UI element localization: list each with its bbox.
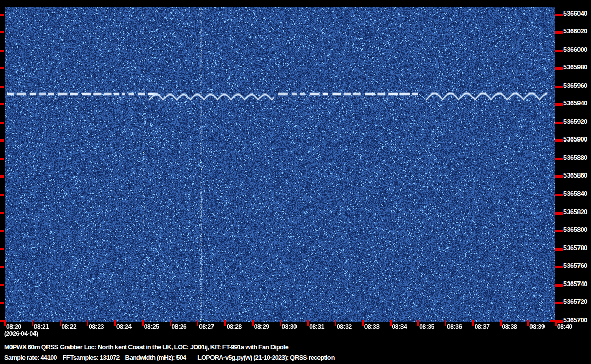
time-label: 08:34: [392, 324, 407, 331]
freq-tick-left: [0, 67, 4, 69]
freq-tick-left: [0, 14, 4, 16]
freq-tick-left: [0, 31, 4, 33]
time-tick: [307, 320, 309, 326]
freq-tick-right: [555, 230, 563, 232]
freq-tick-left: [0, 248, 4, 250]
time-label: 08:39: [529, 324, 545, 331]
time-tick: [527, 320, 529, 326]
time-label: 08:35: [419, 324, 434, 331]
freq-tick-left: [0, 122, 4, 124]
freq-label: 5366020: [563, 28, 587, 35]
freq-tick-left: [0, 86, 4, 88]
freq-label: 5365900: [563, 136, 587, 143]
time-label: 08:37: [475, 324, 490, 331]
time-tick: [362, 320, 364, 326]
freq-tick-left: [0, 103, 4, 105]
freq-tick-right: [555, 212, 563, 215]
time-tick: [60, 320, 61, 326]
freq-label: 5365960: [563, 83, 587, 89]
time-tick: [390, 320, 392, 326]
time-tick: [224, 320, 226, 326]
freq-tick-right: [555, 302, 563, 304]
freq-tick-right: [555, 248, 563, 251]
freq-tick-right: [555, 50, 563, 52]
qrss-grabber-screenshot: 5366040536602053660005365980536596053659…: [0, 0, 591, 364]
freq-label: 5365940: [563, 100, 587, 107]
freq-label: 5365800: [563, 227, 587, 233]
time-label: 08:29: [254, 324, 269, 331]
time-tick-corner: [550, 320, 557, 322]
freq-tick-left: [0, 158, 4, 160]
freq-label: 5366000: [563, 46, 587, 53]
freq-label: 5365820: [563, 209, 587, 216]
freq-label: 5365760: [563, 263, 587, 269]
freq-tick-right: [555, 194, 563, 196]
freq-tick-right: [555, 14, 563, 16]
freq-tick-right: [555, 139, 563, 142]
time-tick: [335, 320, 336, 326]
time-tick: [445, 320, 446, 326]
freq-tick-left: [0, 230, 4, 232]
freq-label: 5365880: [563, 155, 587, 161]
time-label: 08:31: [309, 324, 324, 331]
date-label: (2026-04-04): [4, 331, 38, 337]
time-tick: [252, 320, 254, 326]
time-tick: [114, 320, 116, 326]
freq-tick-right: [555, 284, 563, 287]
freq-label: 5365700: [563, 317, 587, 324]
freq-tick-left: [0, 175, 4, 178]
freq-tick-right: [555, 103, 563, 106]
freq-tick-right: [555, 175, 563, 178]
time-tick: [417, 320, 419, 326]
time-label: 08:36: [447, 324, 462, 331]
freq-tick-left: [0, 302, 4, 304]
freq-tick-left: [0, 194, 4, 196]
time-tick: [197, 320, 198, 326]
time-label: 08:23: [89, 324, 104, 331]
freq-tick-right: [555, 266, 563, 268]
spectrogram-canvas: [5, 7, 555, 322]
time-tick: [87, 320, 88, 326]
freq-label: 5365780: [563, 245, 587, 252]
freq-tick-left: [0, 50, 4, 52]
time-tick: [4, 320, 6, 326]
time-label: 08:26: [172, 324, 187, 331]
time-label: 08:33: [364, 324, 380, 331]
freq-label: 5365980: [563, 64, 587, 71]
time-tick: [280, 320, 281, 326]
freq-label: 5365860: [563, 172, 587, 179]
freq-tick-left: [0, 320, 4, 322]
time-label: 08:32: [337, 324, 352, 331]
freq-tick-left: [0, 266, 4, 268]
freq-label: 5366040: [563, 10, 587, 17]
time-tick: [32, 320, 33, 326]
freq-tick-left: [0, 212, 4, 214]
time-tick: [142, 320, 144, 326]
time-tick: [170, 320, 171, 326]
freq-tick-right: [555, 122, 563, 124]
time-label: 08:24: [116, 324, 132, 331]
time-label: 08:25: [144, 324, 159, 331]
freq-tick-left: [0, 284, 4, 286]
freq-tick-right: [555, 86, 563, 88]
freq-tick-right: [555, 31, 563, 34]
time-label: 08:38: [502, 324, 517, 331]
capture-settings-line: Sample rate: 44100 FFTsamples: 131072 Ba…: [4, 355, 335, 361]
freq-label: 5365740: [563, 281, 587, 288]
time-tick: [472, 320, 474, 326]
time-label: 08:22: [62, 324, 77, 331]
freq-label: 5365840: [563, 191, 587, 197]
freq-tick-right: [555, 67, 563, 70]
time-label: 08:27: [199, 324, 214, 331]
time-label: 08:28: [227, 324, 242, 331]
freq-tick-left: [0, 139, 4, 142]
freq-tick-right: [555, 158, 563, 160]
station-info-line: M0PWX 60m QRSS Grabber Loc: North kent C…: [4, 344, 288, 351]
time-tick: [500, 320, 502, 326]
time-label: 08:30: [282, 324, 297, 331]
freq-label: 5365920: [563, 119, 587, 125]
freq-label: 5365720: [563, 299, 587, 306]
time-label: 08:40: [557, 324, 572, 331]
